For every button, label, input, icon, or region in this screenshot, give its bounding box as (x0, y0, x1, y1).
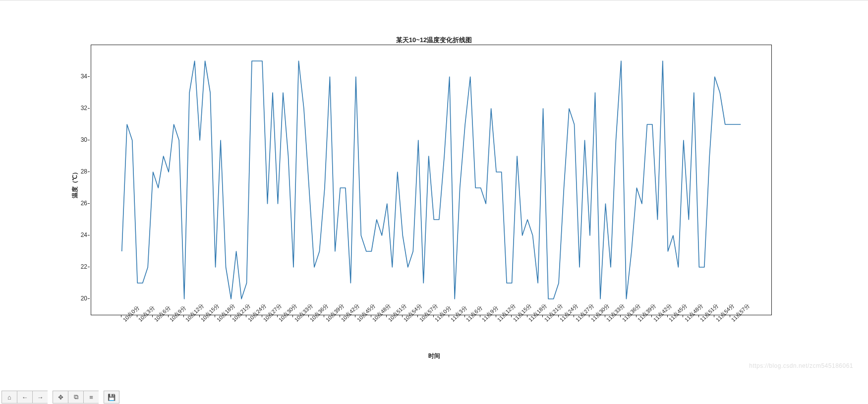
plot-area (91, 45, 772, 315)
toolbar-zoom-button[interactable]: ⧉ (68, 391, 83, 404)
toolbar-separator (48, 391, 53, 403)
watermark-text: https://blog.csdn.net/zcm545186061 (749, 362, 853, 369)
temperature-line (122, 61, 741, 299)
x-axis-label: 时间 (0, 352, 868, 360)
toolbar-save-button[interactable]: 💾 (104, 391, 119, 404)
toolbar-back-button[interactable]: ← (17, 391, 32, 404)
toolbar-pan-button[interactable]: ✥ (53, 391, 68, 404)
y-axis-label: 温度（℃） (71, 169, 79, 198)
y-tick: 24 (8, 231, 87, 238)
toolbar-forward-button[interactable]: → (32, 391, 48, 404)
toolbar-separator (99, 391, 104, 403)
line-chart-svg (91, 45, 771, 315)
y-tick: 30 (8, 136, 87, 143)
y-tick: 32 (8, 105, 87, 112)
window-top-divider (0, 0, 868, 5)
y-tick: 26 (8, 200, 87, 207)
matplotlib-toolbar: ⌂ ← → ✥ ⧉ ≡ 💾 (1, 391, 119, 403)
y-tick: 20 (8, 295, 87, 302)
y-tick: 22 (8, 263, 87, 270)
toolbar-config-button[interactable]: ≡ (83, 391, 99, 404)
figure-root: 某天10~12温度变化折线图 2022242628303234 10点0分10点… (0, 0, 868, 404)
x-axis-ticks: 10点0分10点3分10点6分10点9分10点12分10点15分10点18分10… (91, 315, 771, 375)
y-tick: 34 (8, 73, 87, 80)
toolbar-home-button[interactable]: ⌂ (1, 391, 17, 404)
chart-title: 某天10~12温度变化折线图 (0, 36, 868, 45)
